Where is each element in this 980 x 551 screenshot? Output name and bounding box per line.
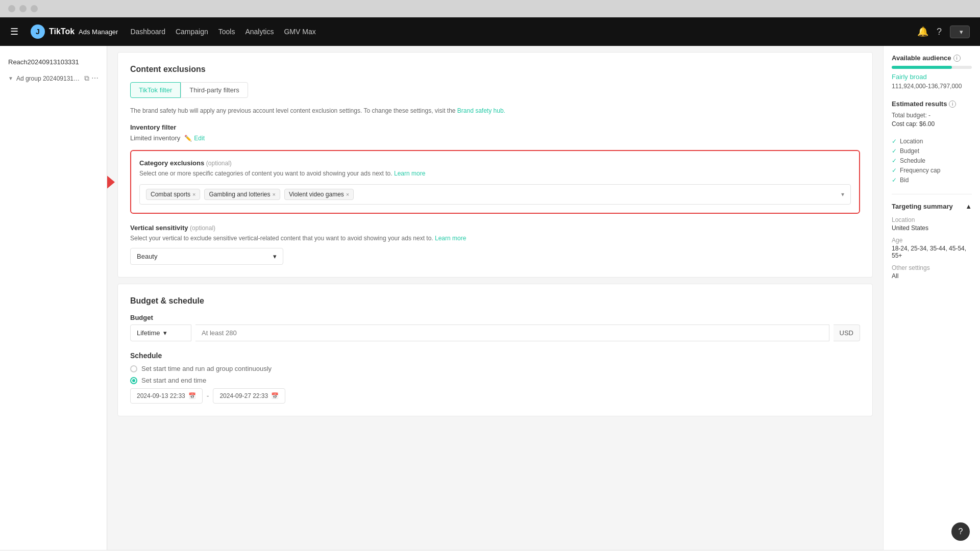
- edit-label: Edit: [194, 135, 205, 142]
- tag-close-gambling[interactable]: ×: [273, 191, 276, 197]
- budget-label: Budget: [130, 314, 860, 321]
- content-exclusions-panel: Content exclusions TikTok filter Third-p…: [117, 52, 873, 278]
- budget-section: Budget Lifetime ▾ USD: [130, 314, 860, 341]
- category-learn-more[interactable]: Learn more: [394, 170, 425, 177]
- estimated-results-title: Estimated results i: [892, 100, 972, 108]
- budget-amount-input[interactable]: [195, 324, 829, 341]
- budget-type-arrow-icon: ▾: [163, 329, 167, 337]
- nav-right: 🔔 ? ▾: [917, 26, 970, 38]
- category-exclusions-wrapper: Category exclusions (optional) Select on…: [130, 150, 860, 214]
- check-icon-location: ✓: [892, 138, 897, 145]
- brand-safety-text: The brand safety hub will apply any prev…: [130, 106, 860, 115]
- check-label-schedule: Schedule: [900, 157, 925, 164]
- available-audience-section: Available audience i Fairly broad 111,92…: [892, 54, 972, 90]
- est-info-icon[interactable]: i: [949, 101, 956, 108]
- chevron-down-icon: ▾: [960, 28, 963, 36]
- radio-end-time[interactable]: [130, 377, 137, 384]
- dropdown-arrow-icon: ▾: [273, 253, 277, 260]
- end-datetime-input[interactable]: 2024-09-27 22:33 📅: [213, 388, 285, 404]
- check-frequency-cap: ✓ Frequency cap: [892, 167, 972, 174]
- navbar: ☰ J TikTok Ads Manager Dashboard Campaig…: [0, 17, 980, 46]
- estimated-results-section: Estimated results i Total budget: - Cost…: [892, 100, 972, 128]
- brand-safety-link[interactable]: Brand safety hub.: [457, 107, 505, 114]
- check-schedule: ✓ Schedule: [892, 157, 972, 164]
- hamburger-icon[interactable]: ☰: [10, 26, 18, 37]
- tag-label: Gambling and lotteries: [209, 191, 270, 198]
- nav-analytics[interactable]: Analytics: [245, 26, 274, 38]
- tag-combat-sports[interactable]: Combat sports ×: [146, 189, 200, 200]
- targeting-location-label: Location: [892, 216, 972, 223]
- vsensitivity-learn-more[interactable]: Learn more: [435, 235, 466, 242]
- tabs: TikTok filter Third-party filters: [130, 82, 860, 98]
- targeting-location-value: United States: [892, 224, 972, 232]
- targeting-age-label: Age: [892, 237, 972, 244]
- brand-name: TikTok: [49, 27, 75, 36]
- nav-gmvmax[interactable]: GMV Max: [284, 26, 315, 38]
- app-layout: Reach20240913103331 ▼ Ad group 202409131…: [0, 46, 980, 550]
- start-datetime-input[interactable]: 2024-09-13 22:33 📅: [130, 388, 203, 404]
- targeting-other-label: Other settings: [892, 264, 972, 271]
- tag-close-violent-games[interactable]: ×: [346, 191, 349, 197]
- window-btn-min[interactable]: [19, 5, 27, 12]
- account-dropdown[interactable]: ▾: [950, 26, 970, 38]
- tag-gambling[interactable]: Gambling and lotteries ×: [204, 189, 280, 200]
- category-exclusions-header: Category exclusions (optional): [139, 159, 851, 167]
- targeting-age-value: 18-24, 25-34, 35-44, 45-54, 55+: [892, 245, 972, 259]
- budget-schedule-panel: Budget & schedule Budget Lifetime ▾ USD …: [117, 284, 873, 416]
- more-icon[interactable]: ⋯: [91, 74, 99, 83]
- help-icon[interactable]: ?: [937, 27, 942, 37]
- nav-campaign[interactable]: Campaign: [176, 26, 208, 38]
- targeting-collapse-icon[interactable]: ▲: [965, 203, 972, 210]
- radio-continuous[interactable]: [130, 365, 137, 372]
- check-label-frequency: Frequency cap: [900, 167, 940, 174]
- check-location: ✓ Location: [892, 138, 972, 145]
- campaign-label: Reach20240913103331: [0, 54, 107, 70]
- audience-bar-bg: [892, 66, 972, 69]
- vsensitivity-desc: Select your vertical to exclude sensitiv…: [130, 234, 860, 243]
- datetime-row: 2024-09-13 22:33 📅 - 2024-09-27 22:33 📅: [130, 388, 860, 404]
- cost-cap-row: Cost cap: $6.00: [892, 120, 972, 128]
- vertical-sensitivity-dropdown[interactable]: Beauty ▾: [130, 248, 283, 265]
- schedule-option-label: Set start time and run ad group continuo…: [141, 365, 272, 372]
- tab-third-party[interactable]: Third-party filters: [181, 82, 248, 98]
- arrow-annotation: [107, 169, 115, 195]
- edit-button[interactable]: ✏️ Edit: [184, 135, 205, 142]
- vertical-sensitivity-section: Vertical sensitivity (optional) Select y…: [130, 224, 860, 265]
- nav-dashboard[interactable]: Dashboard: [130, 26, 165, 38]
- optional-label: (optional): [206, 160, 232, 167]
- audience-bar-fill: [892, 66, 952, 69]
- help-float-button[interactable]: ?: [951, 522, 970, 541]
- tag-violent-games[interactable]: Violent video games ×: [284, 189, 354, 200]
- window-btn-max[interactable]: [31, 5, 38, 12]
- audience-info-icon[interactable]: i: [953, 55, 961, 62]
- tags-container[interactable]: Combat sports × Gambling and lotteries ×…: [139, 184, 851, 205]
- audience-label: Fairly broad: [892, 73, 972, 81]
- copy-icon[interactable]: ⧉: [84, 74, 89, 83]
- cost-cap-value: $6.00: [919, 120, 935, 128]
- tab-tiktok-filter[interactable]: TikTok filter: [130, 82, 181, 98]
- available-audience-title: Available audience i: [892, 54, 972, 62]
- total-budget-row: Total budget: -: [892, 112, 972, 119]
- red-arrow: [107, 169, 115, 195]
- schedule-option-end-time[interactable]: Set start and end time: [130, 377, 860, 384]
- check-icon-budget: ✓: [892, 147, 897, 155]
- start-date-value: 2024-09-13 22:33: [137, 392, 185, 399]
- check-bid: ✓ Bid: [892, 177, 972, 184]
- check-icon-schedule: ✓: [892, 157, 897, 164]
- schedule-option-continuous[interactable]: Set start time and run ad group continuo…: [130, 365, 860, 372]
- budget-type-value: Lifetime: [137, 329, 160, 337]
- adgroup-arrow: ▼: [8, 76, 13, 81]
- adgroup-icons: ⧉ ⋯: [84, 74, 99, 83]
- nav-tools[interactable]: Tools: [218, 26, 235, 38]
- targeting-summary-title: Targeting summary ▲: [892, 203, 972, 210]
- bell-icon[interactable]: 🔔: [917, 26, 928, 37]
- tags-dropdown-icon[interactable]: ▾: [841, 191, 844, 198]
- check-icon-frequency: ✓: [892, 167, 897, 174]
- tag-label: Violent video games: [289, 191, 344, 198]
- check-items: ✓ Location ✓ Budget ✓ Schedule ✓ Frequen…: [892, 138, 972, 184]
- tag-close-combat-sports[interactable]: ×: [192, 191, 195, 197]
- window-btn-close[interactable]: [8, 5, 15, 12]
- budget-schedule-title: Budget & schedule: [130, 296, 860, 306]
- adgroup-item[interactable]: ▼ Ad group 202409131033... ⧉ ⋯: [0, 70, 107, 87]
- budget-type-dropdown[interactable]: Lifetime ▾: [130, 324, 191, 341]
